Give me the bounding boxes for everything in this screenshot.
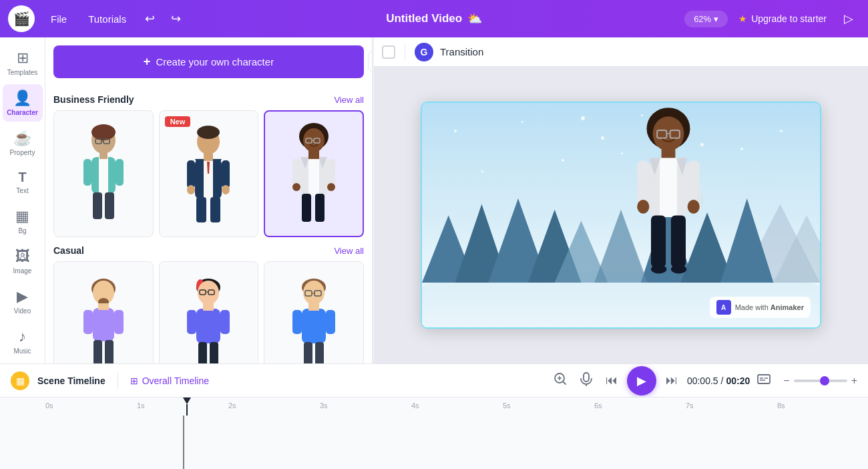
zoom-value: 62% [694, 14, 711, 24]
star-icon: ★ [738, 13, 747, 24]
svg-rect-39 [302, 194, 311, 222]
zoom-fit-icon [552, 371, 567, 386]
watermark-brand: Animaker [771, 303, 804, 311]
timeline-ruler: 0s 1s 2s 3s 4s 5s 6s 7s 8s [0, 397, 868, 416]
svg-rect-57 [196, 309, 220, 343]
property-icon: ☕ [13, 130, 31, 147]
casual-section-header: Casual View all [53, 245, 364, 256]
character-card-bf1[interactable] [53, 110, 154, 237]
tick-7s: 7s [686, 402, 694, 410]
canvas-viewport[interactable]: A Made with Animaker [374, 67, 868, 363]
svg-point-37 [292, 183, 300, 191]
sidebar-item-templates[interactable]: ⊞ Templates [3, 44, 43, 82]
svg-rect-35 [292, 159, 300, 186]
bg-trees-svg [422, 170, 820, 283]
svg-point-102 [671, 265, 686, 274]
time-separator: / [721, 375, 724, 386]
create-character-label: Create your own character [156, 56, 274, 67]
time-current: 00:00.5 [687, 375, 718, 386]
character-figure-bf2 [182, 120, 235, 227]
svg-rect-11 [99, 152, 107, 159]
panel-collapse-button[interactable]: ‹ [700, 192, 701, 208]
zoom-out-button[interactable]: − [783, 375, 789, 387]
playhead [183, 398, 191, 416]
zoom-in-button[interactable]: + [851, 375, 857, 387]
watermark-prefix: Made with [735, 303, 769, 311]
sidebar-item-property[interactable]: ☕ Property [3, 124, 43, 162]
svg-point-1 [91, 124, 116, 140]
transition-checkbox[interactable] [382, 45, 395, 59]
bg-icon: ▦ [15, 208, 29, 225]
new-badge: New [165, 116, 191, 127]
expand-panel-button[interactable] [368, 51, 373, 71]
character-card-bf3[interactable] [264, 110, 364, 237]
svg-rect-71 [304, 342, 312, 363]
sidebar-item-video[interactable]: ▶ Video [3, 283, 43, 320]
svg-rect-96 [688, 161, 700, 204]
character-figure-bf3 [287, 120, 341, 227]
sidebar-item-character[interactable]: 👤 Character [3, 84, 43, 122]
sidebar-label-image: Image [13, 267, 32, 275]
zoom-control[interactable]: 62% ▾ [684, 11, 728, 27]
svg-rect-100 [671, 215, 686, 267]
caption-button[interactable] [756, 371, 771, 389]
sidebar-item-text[interactable]: T Text [3, 164, 43, 200]
redo-button[interactable]: ↪ [168, 9, 184, 29]
sidebar-item-image[interactable]: 🖼 Image [3, 243, 43, 280]
business-section-title: Business Friendly [53, 94, 134, 105]
skip-back-button[interactable]: ⏮ [603, 371, 620, 390]
character-card-c1[interactable] [53, 261, 154, 363]
undo-button[interactable]: ↩ [142, 9, 158, 29]
character-figure-c2 [182, 271, 235, 363]
svg-rect-107 [584, 373, 589, 381]
zoom-to-fit-button[interactable] [550, 369, 570, 392]
svg-rect-20 [222, 160, 230, 188]
sidebar-item-bg[interactable]: ▦ Bg [3, 202, 43, 240]
logo-icon: 🎬 [13, 11, 30, 27]
image-icon: 🖼 [15, 248, 30, 265]
casual-section-title: Casual [53, 245, 84, 256]
character-card-bf2[interactable]: New [159, 110, 259, 237]
tick-5s: 5s [503, 402, 511, 410]
play-button[interactable]: ▶ [627, 366, 656, 396]
sidebar-label-bg: Bg [18, 227, 26, 234]
overall-timeline-button[interactable]: ⊞ Overall Timeline [130, 375, 209, 386]
skip-forward-button[interactable]: ⏭ [663, 371, 680, 390]
svg-point-13 [197, 126, 220, 139]
microphone-button[interactable] [576, 369, 596, 392]
business-view-all-button[interactable]: View all [334, 95, 364, 105]
sidebar-label-text: Text [16, 187, 28, 194]
svg-rect-69 [292, 310, 302, 334]
character-card-c3[interactable] [264, 261, 364, 363]
top-play-button[interactable]: ▷ [837, 7, 860, 30]
character-icon: 👤 [13, 90, 31, 107]
timeline-tracks [0, 416, 868, 469]
svg-rect-58 [187, 310, 196, 334]
tick-6s: 6s [594, 402, 602, 410]
sidebar-item-music[interactable]: ♪ Music [3, 323, 43, 360]
upgrade-button[interactable]: ★ Upgrade to starter [738, 13, 827, 24]
business-character-grid: New [53, 110, 364, 237]
sidebar-label-property: Property [10, 149, 35, 156]
svg-rect-59 [220, 310, 230, 334]
scene-timeline-icon[interactable]: ▦ [11, 371, 29, 390]
svg-rect-9 [93, 192, 102, 219]
svg-rect-62 [203, 303, 214, 311]
create-character-button[interactable]: + Create your own character [53, 45, 364, 78]
svg-line-104 [563, 381, 566, 384]
svg-rect-19 [187, 160, 195, 188]
zoom-slider[interactable] [794, 379, 847, 382]
file-menu[interactable]: File [45, 11, 72, 27]
transition-label: Transition [440, 46, 483, 57]
tutorials-menu[interactable]: Tutorials [83, 11, 132, 27]
svg-rect-72 [315, 342, 324, 363]
character-card-c2[interactable] [159, 261, 259, 363]
casual-view-all-button[interactable]: View all [334, 246, 364, 256]
tick-8s: 8s [777, 402, 785, 410]
svg-rect-61 [210, 342, 218, 363]
svg-rect-45 [93, 308, 114, 341]
mic-icon [579, 371, 594, 386]
svg-rect-68 [302, 309, 326, 343]
character-panel: + Create your own character Business Fri… [45, 37, 373, 363]
svg-rect-46 [83, 310, 93, 334]
